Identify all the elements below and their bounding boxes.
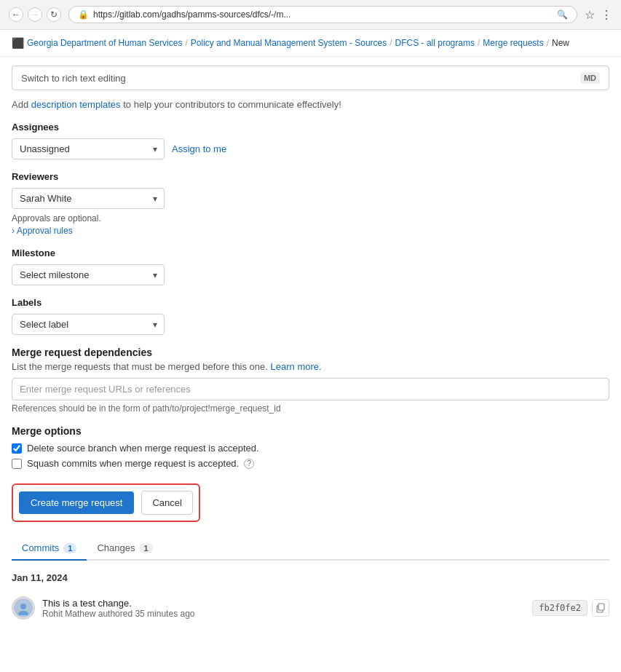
- description-link-row: Add description templates to help your c…: [12, 99, 609, 110]
- milestone-label: Milestone: [12, 248, 609, 258]
- squash-commits-row: Squash commits when merge request is acc…: [12, 458, 609, 469]
- menu-icon[interactable]: ⋮: [601, 8, 612, 22]
- mr-url-hint: References should be in the form of path…: [12, 403, 609, 414]
- assignees-row: Unassigned Assign to me: [12, 138, 609, 159]
- actions-row: Create merge request Cancel: [12, 483, 200, 522]
- assignees-select-wrapper: Unassigned: [12, 138, 165, 159]
- commit-date: Jan 11, 2024: [12, 572, 609, 583]
- assignees-dropdown[interactable]: Unassigned: [12, 138, 165, 159]
- commit-author-time: authored 35 minutes ago: [98, 609, 195, 619]
- commit-message: This is a test change.: [42, 598, 525, 609]
- breadcrumb-current: New: [552, 38, 569, 48]
- tab-commits[interactable]: Commits 1: [12, 537, 87, 561]
- mr-deps-desc-text: List the merge requests that must be mer…: [12, 361, 268, 372]
- description-templates-link[interactable]: description templates: [31, 99, 121, 110]
- breadcrumb-merge-requests[interactable]: Merge requests: [483, 38, 543, 48]
- back-button[interactable]: ←: [9, 7, 23, 22]
- org-icon: ⬛: [12, 37, 24, 49]
- reviewers-dropdown[interactable]: Sarah White: [12, 188, 165, 209]
- browser-toolbar-icons: ☆ ⋮: [585, 8, 612, 22]
- squash-commits-label: Squash commits when merge request is acc…: [27, 458, 239, 469]
- approvals-note: Approvals are optional.: [12, 213, 609, 224]
- reviewers-section: Reviewers Sarah White Approvals are opti…: [12, 171, 609, 236]
- main-content: Switch to rich text editing MD Add descr…: [0, 57, 621, 634]
- commit-row: This is a test change. Rohit Mathew auth…: [12, 590, 609, 625]
- mr-deps-title: Merge request dependencies: [12, 347, 609, 358]
- mr-deps-section: Merge request dependencies List the merg…: [12, 347, 609, 414]
- delete-source-branch-checkbox[interactable]: [12, 443, 22, 454]
- tab-commits-label: Commits: [22, 542, 59, 553]
- labels-dropdown[interactable]: Select label: [12, 314, 165, 335]
- reviewers-select-wrapper: Sarah White: [12, 188, 165, 209]
- avatar-icon: [16, 601, 31, 615]
- cancel-button[interactable]: Cancel: [141, 491, 192, 515]
- desc-text-suffix: to help your contributors to communicate…: [123, 99, 341, 110]
- breadcrumb-org[interactable]: Georgia Department of Human Services: [27, 38, 182, 48]
- svg-point-1: [18, 611, 28, 615]
- md-badge: MD: [580, 72, 600, 84]
- mr-url-input[interactable]: [12, 378, 609, 400]
- url-text: https://gitlab.com/gadhs/pamms-sources/d…: [93, 9, 290, 20]
- desc-text-prefix: Add: [12, 99, 31, 110]
- assignees-section: Assignees Unassigned Assign to me: [12, 122, 609, 159]
- labels-label: Labels: [12, 297, 609, 308]
- rich-text-label: Switch to rich text editing: [21, 73, 126, 84]
- commit-author-name: Rohit Mathew: [42, 609, 95, 619]
- tab-changes[interactable]: Changes 1: [87, 537, 162, 561]
- breadcrumb-subproject[interactable]: DFCS - all programs: [395, 38, 475, 48]
- address-bar[interactable]: 🔒 https://gitlab.com/gadhs/pamms-sources…: [68, 6, 577, 23]
- browser-nav-buttons: ← → ↻: [9, 7, 61, 22]
- squash-commits-checkbox[interactable]: [12, 459, 22, 469]
- commit-sha: fb2f0fe2: [532, 600, 588, 616]
- commit-sha-area: fb2f0fe2: [532, 599, 609, 617]
- delete-source-branch-label: Delete source branch when merge request …: [27, 443, 259, 454]
- star-icon[interactable]: ☆: [585, 8, 595, 22]
- approval-rules-label: Approval rules: [17, 226, 73, 236]
- breadcrumb-sep-4: /: [547, 38, 549, 48]
- reviewers-label: Reviewers: [12, 171, 609, 182]
- delete-source-branch-row: Delete source branch when merge request …: [12, 443, 609, 454]
- copy-sha-button[interactable]: [592, 599, 609, 617]
- milestone-select-wrapper: Select milestone: [12, 264, 165, 285]
- labels-select-wrapper: Select label: [12, 314, 165, 335]
- milestone-section: Milestone Select milestone: [12, 248, 609, 285]
- approval-rules-link[interactable]: › Approval rules: [12, 226, 609, 236]
- breadcrumb: ⬛ Georgia Department of Human Services /…: [0, 30, 621, 57]
- commits-section: Jan 11, 2024 This is a test change. Rohi…: [12, 572, 609, 625]
- squash-help-icon[interactable]: ?: [244, 459, 254, 469]
- rich-text-bar[interactable]: Switch to rich text editing MD: [12, 66, 609, 90]
- tab-changes-label: Changes: [97, 542, 135, 553]
- breadcrumb-sep-2: /: [389, 38, 392, 48]
- tabs-row: Commits 1 Changes 1: [12, 537, 609, 561]
- mr-deps-desc: List the merge requests that must be mer…: [12, 361, 609, 372]
- commit-avatar: [12, 596, 35, 620]
- forward-button[interactable]: →: [28, 7, 42, 22]
- merge-options-title: Merge options: [12, 425, 609, 437]
- svg-rect-3: [598, 604, 604, 610]
- labels-section: Labels Select label: [12, 297, 609, 335]
- browser-chrome: ← → ↻ 🔒 https://gitlab.com/gadhs/pamms-s…: [0, 0, 621, 30]
- breadcrumb-sep-1: /: [185, 38, 187, 48]
- tab-commits-badge: 1: [63, 543, 76, 553]
- create-merge-request-button[interactable]: Create merge request: [19, 491, 134, 514]
- learn-more-link[interactable]: Learn more.: [271, 361, 322, 372]
- copy-icon: [596, 603, 606, 613]
- commit-author: Rohit Mathew authored 35 minutes ago: [42, 609, 525, 619]
- svg-point-0: [20, 604, 26, 609]
- breadcrumb-sep-3: /: [478, 38, 480, 48]
- assign-me-link[interactable]: Assign to me: [172, 143, 226, 154]
- avatar-inner: [14, 598, 33, 617]
- chevron-right-icon: ›: [12, 226, 15, 236]
- merge-options-section: Merge options Delete source branch when …: [12, 425, 609, 469]
- refresh-button[interactable]: ↻: [47, 7, 61, 22]
- milestone-dropdown[interactable]: Select milestone: [12, 264, 165, 285]
- tab-changes-badge: 1: [139, 543, 152, 553]
- breadcrumb-project[interactable]: Policy and Manual Management System - So…: [191, 38, 387, 48]
- assignees-label: Assignees: [12, 122, 609, 133]
- commit-info: This is a test change. Rohit Mathew auth…: [42, 598, 525, 619]
- search-icon: 🔍: [557, 9, 568, 20]
